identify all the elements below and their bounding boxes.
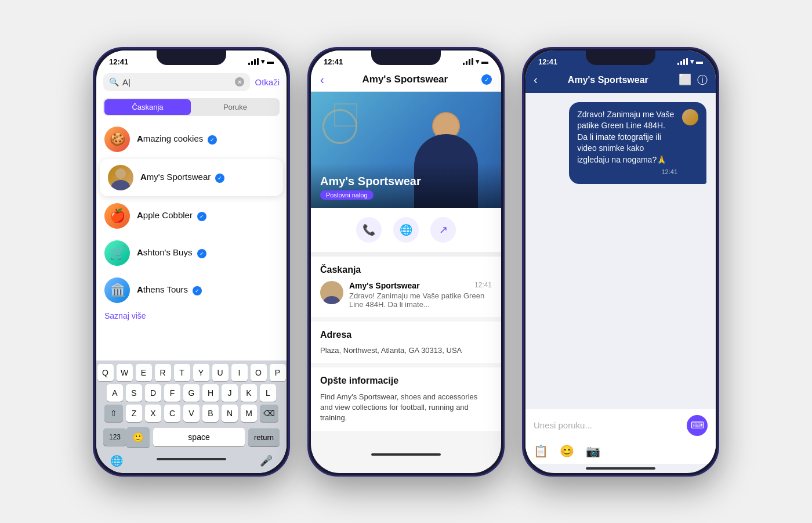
chat-input[interactable]: Unesi poruku... — [534, 420, 681, 430]
key-x[interactable]: X — [145, 405, 161, 422]
key-g[interactable]: G — [183, 384, 200, 402]
keyboard-bottom-row: 🌐 🎤 — [99, 452, 284, 471]
status-icons-2: ▾ ▬ — [463, 57, 488, 66]
verified-badge-athens: ✓ — [193, 286, 202, 295]
key-space[interactable]: space — [153, 428, 245, 446]
key-t[interactable]: T — [174, 364, 190, 381]
key-z[interactable]: Z — [126, 405, 142, 422]
saznaj-vise-link[interactable]: Saznaj više — [96, 309, 287, 325]
search-input[interactable]: A| — [122, 77, 231, 87]
message-bubble: Zdravo! Zanimaju me Vaše patike Green Li… — [569, 102, 706, 184]
phone-3: 12:41 ▾ ▬ ‹ Amy's Sportswear ⬜ ⓘ — [522, 47, 719, 477]
key-mic[interactable]: 🎤 — [260, 455, 273, 467]
status-bar-1: 12:41 ▾ ▬ — [96, 51, 287, 68]
chat-avatar-svg — [320, 281, 343, 304]
chat-preview-content: Amy's Sportswear 12:41 Zdravo! Zanimaju … — [349, 281, 492, 309]
list-item-ashton[interactable]: 🛒 Ashton's Buys ✓ — [96, 235, 287, 272]
key-123[interactable]: 123 — [103, 428, 126, 446]
key-h[interactable]: H — [202, 384, 219, 402]
key-w[interactable]: W — [117, 364, 133, 381]
key-j[interactable]: J — [222, 384, 238, 402]
signal-icon-3 — [677, 58, 688, 65]
wifi-icon-2: ▾ — [476, 57, 479, 66]
key-q[interactable]: Q — [97, 364, 114, 381]
key-l[interactable]: L — [260, 384, 276, 402]
key-m[interactable]: M — [241, 405, 257, 422]
back-button-2[interactable]: ‹ — [320, 73, 324, 86]
list-item-amys[interactable]: Amy's Sportswear ✓ — [100, 159, 283, 196]
share-button[interactable]: ↗ — [430, 217, 456, 243]
key-e[interactable]: E — [136, 364, 152, 381]
status-time-3: 12:41 — [538, 57, 557, 66]
key-globe[interactable]: 🌐 — [110, 455, 123, 467]
contact-name-athens: Athens Tours ✓ — [137, 284, 202, 295]
svg-point-3 — [324, 296, 340, 304]
call-button[interactable]: 📞 — [356, 217, 382, 243]
search-icon: 🔍 — [109, 77, 119, 86]
contact-name-apple: Apple Cobbler ✓ — [137, 210, 206, 221]
tab-caskanja[interactable]: Časkanja — [104, 99, 191, 115]
battery-icon: ▬ — [267, 57, 274, 66]
key-v[interactable]: V — [183, 405, 200, 422]
home-indicator — [157, 458, 226, 460]
website-button[interactable]: 🌐 — [393, 217, 419, 243]
message-wrapper: Zdravo! Zanimaju me Vaše patike Green Li… — [535, 102, 706, 184]
key-i[interactable]: I — [231, 364, 248, 381]
status-time-2: 12:41 — [324, 57, 343, 66]
key-d[interactable]: D — [145, 384, 161, 402]
key-u[interactable]: U — [212, 364, 229, 381]
key-n[interactable]: N — [222, 405, 238, 422]
key-shift[interactable]: ⇧ — [104, 405, 123, 422]
chat-preview-name: Amy's Sportswear — [349, 281, 420, 290]
key-a[interactable]: A — [107, 384, 123, 402]
search-clear-button[interactable]: ✕ — [235, 77, 244, 86]
chat-input-area: Unesi poruku... ⌨ 📋 😊 📷 — [525, 409, 716, 464]
key-c[interactable]: C — [164, 405, 180, 422]
key-p[interactable]: P — [270, 364, 286, 381]
key-f[interactable]: F — [164, 384, 180, 402]
emoji-icon[interactable]: 😊 — [560, 444, 574, 458]
camera-toolbar-icon[interactable]: 📷 — [586, 444, 600, 458]
keyboard-row-3: ⇧ Z X C V B N M ⌫ — [99, 405, 284, 422]
profile-banner: Amy's Sportswear Poslovni nalog — [311, 92, 501, 208]
tabs-row: Časkanja Poruke — [103, 98, 280, 116]
clipboard-icon[interactable]: 📋 — [534, 444, 548, 458]
keyboard: Q W E R T Y U I O P A S D F G H J K L — [96, 360, 287, 473]
chat-action-buttons: ⬜ ⓘ — [679, 73, 708, 87]
camera-icon[interactable]: ⬜ — [679, 73, 691, 87]
key-y[interactable]: Y — [193, 364, 209, 381]
message-sender-avatar — [682, 109, 698, 125]
chat-back-button[interactable]: ‹ — [534, 73, 538, 86]
profile-nav-header: ‹ Amy's Sportswear ✓ — [311, 68, 501, 92]
phone-1: 12:41 ▾ ▬ 🔍 A| ✕ Otkaži Č — [93, 47, 290, 477]
keyboard-row-4: 123 🙂 space return — [99, 425, 284, 452]
key-emoji[interactable]: 🙂 — [126, 427, 150, 448]
banner-overlay: Amy's Sportswear Poslovni nalog — [311, 163, 501, 208]
send-button[interactable]: ⌨ — [687, 415, 708, 436]
cancel-button[interactable]: Otkaži — [255, 77, 280, 87]
avatar-ashton: 🛒 — [104, 240, 130, 266]
chat-input-bar: Unesi poruku... ⌨ — [525, 409, 716, 442]
list-item-apple[interactable]: 🍎 Apple Cobbler ✓ — [96, 197, 287, 235]
chat-preview[interactable]: Amy's Sportswear 12:41 Zdravo! Zanimaju … — [320, 281, 492, 309]
status-icons-1: ▾ ▬ — [248, 57, 274, 66]
key-r[interactable]: R — [155, 364, 171, 381]
key-backspace[interactable]: ⌫ — [260, 405, 278, 422]
search-bar: 🔍 A| ✕ Otkaži — [103, 73, 280, 91]
chat-title: Amy's Sportswear — [542, 75, 674, 85]
search-input-wrap[interactable]: 🔍 A| ✕ — [103, 73, 250, 91]
key-o[interactable]: O — [251, 364, 267, 381]
chat-messages: Zdravo! Zanimaju me Vaše patike Green Li… — [525, 93, 716, 409]
list-item-athens[interactable]: 🏛️ Athens Tours ✓ — [96, 272, 287, 309]
key-k[interactable]: K — [241, 384, 257, 402]
avatar-amys — [108, 165, 133, 190]
key-s[interactable]: S — [126, 384, 142, 402]
contact-name-ashton: Ashton's Buys ✓ — [137, 247, 206, 258]
tab-poruke[interactable]: Poruke — [192, 99, 278, 115]
info-icon[interactable]: ⓘ — [697, 73, 708, 87]
list-item[interactable]: 🍪 Amazing cookies ✓ — [96, 121, 287, 158]
chat-preview-text: Zdravo! Zanimaju me Vaše patike Green Li… — [349, 291, 492, 309]
phone-2: 12:41 ▾ ▬ ‹ Amy's Sportswear ✓ — [307, 47, 505, 477]
key-b[interactable]: B — [202, 405, 219, 422]
key-return[interactable]: return — [248, 428, 280, 446]
